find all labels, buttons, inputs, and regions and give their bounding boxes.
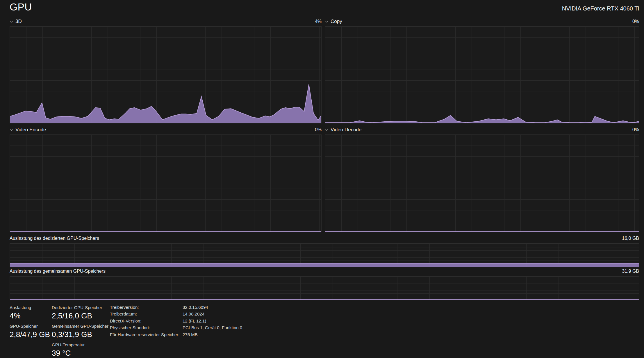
chart-3d-graph [10,26,322,123]
chart-video-decode-graph [325,134,639,232]
chart-title-video-decode: Video Decode [331,127,362,133]
stat-temperature-label: GPU-Temperatur [52,342,110,347]
stats-column-2: Dedizierter GPU-Speicher 2,5/16,0 GB Gem… [52,305,110,358]
chart-value-video-encode: 0% [315,127,322,132]
detail-row: Physischer Standort: PCI-Bus 1, Gerät 0,… [110,324,296,331]
memory-chart-max-shared: 31,9 GB [622,269,639,274]
chart-value-3d: 4% [315,19,322,24]
detail-label: Physischer Standort: [110,324,183,331]
detail-value: PCI-Bus 1, Gerät 0, Funktion 0 [183,324,242,331]
memory-chart-title-shared: Auslastung des gemeinsamen GPU-Speichers [10,269,106,274]
chart-shared-memory-graph [10,276,639,300]
stat-temperature-value: 39 °C [52,348,110,358]
chevron-down-icon [325,20,329,24]
detail-value: 12 (FL 12.1) [183,318,206,324]
detail-value: 275 MB [183,331,198,338]
collapse-video-encode-toggle[interactable]: Video Encode [10,127,46,133]
chart-video-encode-graph [10,134,322,232]
memory-chart-header-dedicated: Auslastung des dedizierten GPU-Speichers… [10,235,639,242]
chevron-down-icon [10,20,13,24]
chevron-down-icon [10,128,13,132]
detail-row: Treiberdatum: 14.08.2024 [110,311,296,317]
chart-title-video-encode: Video Encode [15,127,46,133]
chevron-down-icon [325,128,329,132]
page-title: GPU [10,1,32,13]
detail-value: 32.0.15.6094 [183,304,208,311]
chart-header-video-encode: Video Encode 0% [10,126,322,133]
gpu-name: NVIDIA GeForce RTX 4060 Ti [562,5,639,12]
stat-dedicated-memory-value: 2,5/16,0 GB [52,311,110,321]
stat-gpu-memory-label: GPU-Speicher [10,324,50,329]
chart-header-video-decode: Video Decode 0% [325,126,639,133]
chart-dedicated-memory-graph [10,243,639,267]
memory-chart-max-dedicated: 16,0 GB [622,236,639,241]
stat-shared-memory-value: 0,3/31,9 GB [52,329,110,339]
memory-chart-header-shared: Auslastung des gemeinsamen GPU-Speichers… [10,268,639,274]
chart-header-3d: 3D 4% [10,18,322,25]
driver-details: Treiberversion: 32.0.15.6094 Treiberdatu… [110,304,296,338]
detail-row: Für Hardware reservierter Speicher: 275 … [110,331,296,338]
stat-shared-memory-label: Gemeinsamer GPU-Speicher [52,324,110,329]
detail-label: Für Hardware reservierter Speicher: [110,331,183,338]
detail-label: DirectX-Version: [110,318,183,324]
chart-header-copy: Copy 0% [325,18,639,25]
detail-row: DirectX-Version: 12 (FL 12.1) [110,318,296,324]
detail-label: Treiberversion: [110,304,183,311]
chart-copy-graph [325,26,639,123]
chart-value-video-decode: 0% [632,127,639,132]
collapse-copy-toggle[interactable]: Copy [325,19,342,24]
chart-value-copy: 0% [632,19,639,24]
stat-gpu-memory-value: 2,8/47,9 GB [10,329,50,339]
collapse-video-decode-toggle[interactable]: Video Decode [325,127,362,133]
detail-label: Treiberdatum: [110,311,183,317]
detail-value: 14.08.2024 [183,311,204,317]
memory-chart-title-dedicated: Auslastung des dedizierten GPU-Speichers [10,236,99,241]
detail-row: Treiberversion: 32.0.15.6094 [110,304,296,311]
stat-dedicated-memory-label: Dedizierter GPU-Speicher [52,305,110,310]
chart-title-3d: 3D [15,19,22,24]
stat-utilization-label: Auslastung [10,305,50,310]
stat-utilization-value: 4% [10,311,50,321]
stats-column-1: Auslastung 4% GPU-Speicher 2,8/47,9 GB [10,305,50,342]
chart-title-copy: Copy [331,19,342,24]
collapse-3d-toggle[interactable]: 3D [10,19,22,24]
